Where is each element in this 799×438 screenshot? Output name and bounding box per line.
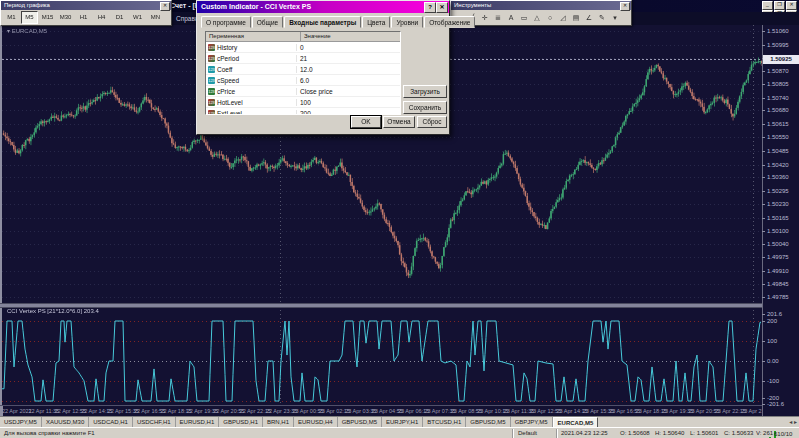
cci-scale-label: 201.6 [767, 311, 782, 317]
panel-splitter[interactable] [0, 303, 762, 308]
cancel-button[interactable]: Отмена [383, 116, 415, 128]
price-scale-label: 1.50550 [767, 134, 789, 140]
chart-expand-icon[interactable]: ▾ [7, 28, 10, 34]
timeframe-button-m5[interactable]: M5 [21, 11, 38, 24]
timeframe-button-m30[interactable]: M30 [57, 11, 74, 24]
price-scale-label: 1.50995 [767, 42, 789, 48]
price-scale-label: 1.50870 [767, 68, 789, 74]
parameter-row[interactable]: 123HotLevel100 [206, 97, 400, 108]
status-open: O: 1.50608 [620, 430, 650, 436]
price-scale[interactable]: 1.510601.509951.509301.508701.508051.507… [762, 25, 799, 416]
time-scale-label: 22 Apr 2021 [2, 408, 32, 414]
parameter-value[interactable]: 0 [297, 44, 304, 51]
cci-indicator-canvas[interactable] [2, 306, 762, 405]
parameter-name: 123cPrice [206, 88, 297, 95]
price-scale-label: 1.50485 [767, 148, 789, 154]
parameter-value[interactable]: 21 [297, 55, 307, 62]
parameter-row[interactable]: 123ExtLevel200 [206, 108, 400, 115]
save-button[interactable]: Сохранить [403, 101, 447, 114]
dialog-tabs: О программеОбщиеВходные параметрыЦветаУр… [197, 13, 449, 28]
parameter-name: 123cPeriod [206, 55, 297, 62]
grid-icon[interactable]: ▤ [570, 12, 582, 23]
status-datetime: 2021.04.23 12:25 [561, 430, 608, 436]
parameter-value[interactable]: 12.0 [297, 66, 313, 73]
dialog-tab[interactable]: О программе [201, 16, 251, 28]
parameter-row[interactable]: 123cSpeed6.0 [206, 75, 400, 86]
price-scale-label: 1.50360 [767, 174, 789, 180]
ok-button[interactable]: OK [351, 116, 381, 128]
parameter-type-icon: 123 [208, 99, 215, 106]
status-separator [556, 429, 557, 438]
cci-scale-label: 100 [767, 338, 777, 344]
dialog-tab[interactable]: Входные параметры [284, 16, 361, 28]
cci-scale-label: -100 [767, 378, 779, 384]
column-header-value[interactable]: Значение [301, 32, 400, 41]
dialog-title: Custom Indicator - CCI Vertex PS [201, 3, 311, 10]
dialog-tab[interactable]: Уровни [391, 16, 423, 28]
rectangle-icon[interactable]: ▭ [518, 12, 530, 23]
timeframe-button-h4[interactable]: H4 [93, 11, 110, 24]
dialog-tab[interactable]: Отображение [424, 16, 475, 28]
arrow-tool-icon[interactable]: ✎ [596, 12, 608, 23]
reset-button[interactable]: Сброс [417, 116, 447, 128]
parameter-value[interactable]: 200 [297, 110, 311, 116]
status-bar: Для вызова справки нажмите F1 Default 20… [0, 427, 799, 438]
timeframe-button-d1[interactable]: D1 [111, 11, 128, 24]
minimize-icon[interactable]: _ [762, 1, 773, 10]
more-tools-icon[interactable]: ▾ [609, 12, 621, 23]
timeframe-button-m1[interactable]: M1 [3, 11, 20, 24]
ellipse-icon[interactable]: ○ [544, 12, 556, 23]
chart-symbol-label: ▾ EURCAD,M5 [7, 27, 47, 34]
crosshair-icon[interactable]: ✛ [479, 12, 491, 23]
parameter-value[interactable]: 100 [297, 99, 311, 106]
price-scale-label: 1.50295 [767, 188, 789, 194]
status-separator [512, 429, 513, 438]
parameter-type-icon: 123 [208, 66, 215, 73]
close-icon[interactable]: ✕ [620, 2, 630, 11]
parameter-value[interactable]: 6.0 [297, 77, 309, 84]
tools-toolbar-title: Инструменты [454, 2, 491, 8]
parameter-row[interactable]: 123Coeff12.0 [206, 64, 400, 75]
column-header-variable[interactable]: Переменная [206, 32, 301, 41]
dialog-titlebar[interactable]: Custom Indicator - CCI Vertex PS ? ✕ [197, 1, 449, 13]
period-toolbar: Период графика ✕ M1M5M15M30H1H4D1W1MN [0, 0, 172, 26]
price-scale-label: 1.49845 [767, 281, 789, 287]
period-toolbar-titlebar[interactable]: Период графика ✕ [1, 1, 171, 10]
timeframe-button-w1[interactable]: W1 [129, 11, 146, 24]
timeframe-button-m15[interactable]: M15 [39, 11, 56, 24]
angle-icon[interactable]: ∠ [583, 12, 595, 23]
text-label-icon[interactable]: A [505, 12, 517, 23]
dialog-tab[interactable]: Общие [252, 16, 283, 28]
custom-indicator-dialog: Custom Indicator - CCI Vertex PS ? ✕ О п… [196, 0, 450, 135]
status-close: C: 1.50633 [724, 430, 753, 436]
price-scale-label: 1.49910 [767, 268, 789, 274]
parameter-name: 123ExtLevel [206, 110, 297, 116]
parameter-value[interactable]: Close price [297, 88, 333, 95]
close-icon[interactable]: ✕ [436, 2, 448, 13]
fibonacci-icon[interactable]: ≣ [492, 12, 504, 23]
parameter-row[interactable]: 123cPeriod21 [206, 53, 400, 64]
dialog-tab[interactable]: Цвета [362, 16, 390, 28]
price-scale-label: 1.50615 [767, 121, 789, 127]
price-scale-label: 1.50165 [767, 215, 789, 221]
timeframe-button-h1[interactable]: H1 [75, 11, 92, 24]
tools-toolbar-titlebar[interactable]: Инструменты ✕ [451, 1, 631, 10]
price-scale-label: 1.50040 [767, 241, 789, 247]
tab-scroll-arrows[interactable]: ◂ ▸ [789, 418, 797, 425]
triangle-icon[interactable]: △ [531, 12, 543, 23]
close-icon[interactable]: ✕ [786, 1, 797, 10]
price-scale-label: 1.51060 [767, 28, 789, 34]
help-icon[interactable]: ? [424, 2, 436, 13]
price-scale-label: 1.50740 [767, 95, 789, 101]
parameter-row[interactable]: 123History0 [206, 42, 400, 53]
status-profile: Default [518, 430, 537, 436]
window-controls-main: _❐✕ [762, 1, 797, 10]
close-icon[interactable]: ✕ [160, 2, 170, 11]
parameter-row[interactable]: 123cPriceClose price [206, 86, 400, 97]
restore-icon[interactable]: ❐ [774, 1, 785, 10]
timeframe-button-mn[interactable]: MN [147, 11, 164, 24]
channel-icon[interactable]: ◿ [557, 12, 569, 23]
load-button[interactable]: Загрузить [403, 85, 447, 98]
price-scale-label: 1.50100 [767, 228, 789, 234]
indicator-name-label: CCI Vertex PS [21*12.0*6.0] 203.4 [7, 308, 99, 314]
